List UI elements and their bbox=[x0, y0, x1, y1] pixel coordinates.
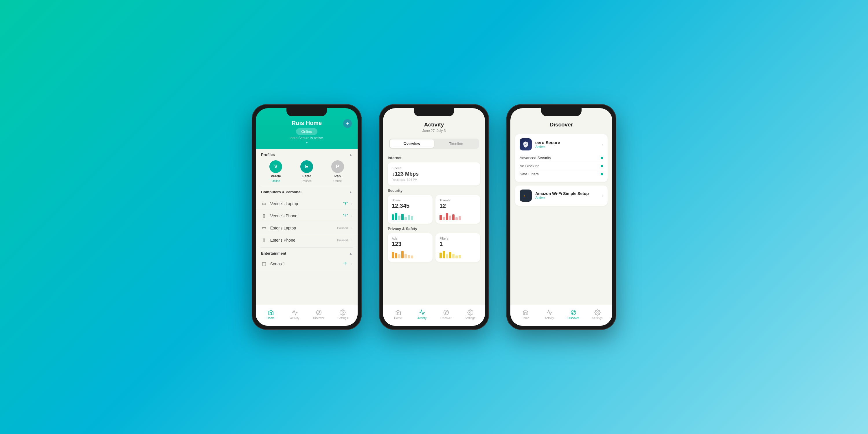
svg-marker-1 bbox=[318, 311, 320, 314]
profiles-row: V Veerle Online E Ester Paused P Pan Off… bbox=[256, 159, 358, 186]
internet-label: Internet bbox=[388, 156, 480, 160]
nav-settings[interactable]: Settings bbox=[331, 309, 355, 320]
device-name: Ester's Laptop bbox=[270, 226, 334, 230]
feature-active-dot bbox=[601, 173, 603, 175]
speed-value: ↓123 Mbps bbox=[392, 171, 476, 177]
bar bbox=[452, 254, 455, 258]
device-sonos[interactable]: ◫ Sonos 1 › bbox=[256, 258, 358, 270]
svg-point-5 bbox=[469, 312, 471, 313]
nav-activity[interactable]: Activity bbox=[537, 309, 561, 320]
scans-label: Scans bbox=[392, 198, 429, 202]
nav-settings[interactable]: Settings bbox=[585, 309, 609, 320]
add-button[interactable]: + bbox=[343, 119, 352, 128]
nav-home[interactable]: Home bbox=[386, 309, 410, 320]
profile-status-ester: Paused bbox=[302, 179, 312, 183]
bar bbox=[398, 216, 400, 220]
bar bbox=[459, 255, 461, 258]
nav-activity[interactable]: Activity bbox=[410, 309, 434, 320]
amazon-card[interactable]: a Amazon Wi-Fi Simple Setup Active › bbox=[515, 185, 608, 206]
ads-value: 123 bbox=[392, 241, 429, 247]
amazon-icon: a bbox=[523, 193, 529, 198]
profile-name-veerle: Veerle bbox=[271, 174, 281, 178]
profile-veerle[interactable]: V Veerle Online bbox=[269, 160, 282, 183]
nav-activity[interactable]: Activity bbox=[283, 309, 307, 320]
nav-settings[interactable]: Settings bbox=[458, 309, 482, 320]
feature-safe-filters: Safe Filters bbox=[520, 170, 603, 178]
eero-secure-card[interactable]: eero Secure Active › Advanced Security A… bbox=[515, 134, 608, 182]
nav-discover[interactable]: Discover bbox=[307, 309, 331, 320]
privacy-stats-row: Ads 123 Filters bbox=[388, 233, 480, 262]
device-name: Ester's Phone bbox=[270, 238, 334, 243]
nav-discover[interactable]: Discover bbox=[561, 309, 585, 320]
phone-icon: ▯ bbox=[261, 213, 267, 218]
feature-ad-blocking: Ad Blocking bbox=[520, 162, 603, 170]
bar bbox=[392, 252, 394, 258]
phone-discover-screen: Discover eero Secure Acti bbox=[510, 108, 612, 326]
profiles-collapse-icon[interactable]: ▲ bbox=[349, 153, 352, 157]
nav-settings-label: Settings bbox=[337, 316, 348, 320]
nav-home[interactable]: Home bbox=[259, 309, 283, 320]
bar bbox=[401, 251, 404, 258]
privacy-label: Privacy & Safety bbox=[388, 226, 480, 231]
computers-collapse-icon[interactable]: ▲ bbox=[349, 190, 352, 194]
scans-value: 12,345 bbox=[392, 203, 429, 209]
chevron-right-icon: › bbox=[351, 202, 352, 206]
eero-secure-info: eero Secure Active bbox=[535, 140, 598, 149]
chevron-down-icon[interactable]: ▾ bbox=[261, 141, 352, 144]
notch-3 bbox=[541, 108, 582, 116]
nav-home-label: Home bbox=[521, 316, 529, 320]
laptop-icon: ▭ bbox=[261, 201, 267, 206]
threats-label: Threats bbox=[439, 198, 476, 202]
eero-secure-app-icon bbox=[520, 138, 532, 151]
bar bbox=[459, 216, 461, 220]
home-body: Profiles ▲ V Veerle Online E Ester Pause… bbox=[256, 149, 358, 305]
profile-pan[interactable]: P Pan Offline bbox=[331, 160, 344, 183]
chevron-right-icon: › bbox=[351, 214, 352, 218]
ads-card: Ads 123 bbox=[388, 233, 433, 262]
tab-overview[interactable]: Overview bbox=[390, 140, 434, 148]
nav-discover-label: Discover bbox=[313, 316, 324, 320]
feature-safe-filters-label: Safe Filters bbox=[520, 172, 539, 176]
profile-avatar-veerle: V bbox=[269, 160, 282, 173]
entertainment-collapse-icon[interactable]: ▲ bbox=[349, 251, 352, 255]
ads-bar-chart bbox=[392, 250, 429, 258]
nav-discover[interactable]: Discover bbox=[434, 309, 458, 320]
amazon-name: Amazon Wi-Fi Simple Setup bbox=[535, 191, 598, 196]
discover-icon bbox=[316, 309, 322, 316]
profile-status-pan: Offline bbox=[333, 179, 342, 183]
activity-icon bbox=[546, 309, 553, 316]
device-veerles-phone[interactable]: ▯ Veerle's Phone › bbox=[256, 210, 358, 222]
activity-title: Activity bbox=[389, 122, 479, 128]
profile-ester[interactable]: E Ester Paused bbox=[300, 160, 313, 183]
computers-label: Computers & Personal bbox=[261, 190, 302, 194]
device-veerles-laptop[interactable]: ▭ Veerle's Laptop › bbox=[256, 197, 358, 210]
bar bbox=[452, 214, 455, 220]
speed-card: Speed ↓123 Mbps Yesterday, 4:04 PM bbox=[388, 162, 480, 185]
bar bbox=[395, 253, 397, 258]
phone-home: Ruis Home + Online eero Secure is active… bbox=[252, 104, 362, 330]
home-icon bbox=[522, 309, 529, 316]
profile-name-ester: Ester bbox=[302, 174, 311, 178]
nav-home[interactable]: Home bbox=[513, 309, 537, 320]
svg-point-0 bbox=[316, 310, 321, 315]
bar bbox=[443, 251, 445, 258]
nav-discover-label: Discover bbox=[440, 316, 452, 320]
device-name-sonos: Sonos 1 bbox=[270, 261, 340, 266]
bar bbox=[392, 214, 394, 220]
profile-status-veerle: Online bbox=[272, 179, 280, 183]
feature-advanced-security-label: Advanced Security bbox=[520, 156, 551, 160]
wifi-icon bbox=[343, 202, 348, 206]
device-esters-laptop[interactable]: ▭ Ester's Laptop Paused › bbox=[256, 222, 358, 234]
device-esters-phone[interactable]: ▯ Ester's Phone Paused › bbox=[256, 234, 358, 246]
scans-card: Scans 12,345 bbox=[388, 195, 433, 224]
svg-point-2 bbox=[342, 312, 344, 313]
computers-section-header: Computers & Personal ▲ bbox=[256, 186, 358, 196]
bar bbox=[449, 252, 452, 258]
laptop-icon: ▭ bbox=[261, 225, 267, 230]
eero-secure-top: eero Secure Active › bbox=[520, 138, 603, 151]
tab-timeline[interactable]: Timeline bbox=[434, 140, 478, 148]
discover-title: Discover bbox=[516, 122, 607, 128]
entertainment-label: Entertainment bbox=[261, 251, 286, 255]
tab-switcher: Overview Timeline bbox=[389, 138, 479, 149]
phone-discover: Discover eero Secure Acti bbox=[506, 104, 616, 330]
